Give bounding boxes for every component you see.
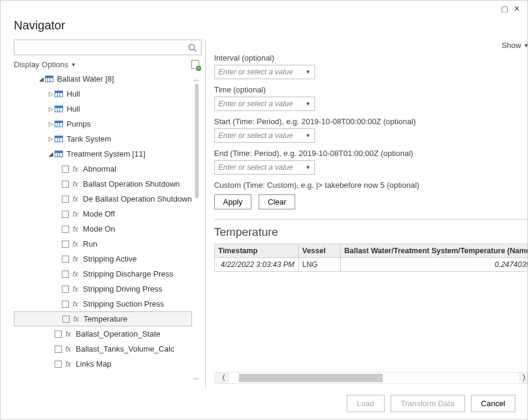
search-icon[interactable] <box>184 40 201 55</box>
checkbox[interactable] <box>62 181 69 188</box>
scroll-thumb[interactable] <box>195 84 199 198</box>
apply-button[interactable]: Apply <box>214 194 252 209</box>
tree-label: Hull <box>65 89 80 98</box>
tree-leaf[interactable]: fxRun <box>14 236 192 251</box>
tree-leaf[interactable]: fxAbnormal <box>14 161 192 176</box>
start-select[interactable]: Enter or select a value▼ <box>214 128 315 143</box>
time-select[interactable]: Enter or select a value▼ <box>214 97 315 111</box>
load-button[interactable]: Load <box>347 395 385 412</box>
footer: Load Transform Data Cancel <box>1 388 527 419</box>
interval-label: Interval (optional) <box>214 53 517 62</box>
tree-label: Stripping Suction Press <box>82 299 164 308</box>
close-icon[interactable]: ✕ <box>511 2 523 14</box>
tree-leaf[interactable]: fxStripping Driving Press <box>14 281 192 296</box>
scroll-left-icon[interactable]: 〈 <box>215 373 229 383</box>
tree-node[interactable]: ▷Hull <box>14 101 192 116</box>
tree-label: Temperature <box>82 314 127 323</box>
checkbox[interactable] <box>62 286 69 293</box>
tree-node[interactable]: ▷Pumps <box>14 116 192 131</box>
document-add-icon[interactable]: + <box>191 60 199 69</box>
checkbox[interactable] <box>62 241 69 248</box>
scroll-thumb[interactable] <box>239 374 383 382</box>
checkbox[interactable] <box>62 316 70 323</box>
end-select[interactable]: Enter or select a value▼ <box>214 160 315 175</box>
tree-scrollbar[interactable]: ︿ ﹀ <box>192 71 202 388</box>
show-dropdown[interactable]: Show ▼ <box>502 41 527 50</box>
placeholder-text: Enter or select a value <box>218 68 293 76</box>
cell-vessel: LNG <box>299 258 341 271</box>
col-value[interactable]: Ballast Water/Treatment System/Temperatu… <box>341 244 527 257</box>
tree-label: Hull <box>65 104 80 113</box>
horizontal-scrollbar[interactable]: 〈 〉 <box>214 372 527 384</box>
restore-icon[interactable]: ▢ <box>499 2 511 14</box>
search-input[interactable] <box>14 40 184 55</box>
collapse-icon[interactable]: ◢ <box>47 151 55 157</box>
navigator-window: ▢ ✕ Navigator Display Options ▼ + <box>0 0 528 420</box>
scroll-down-icon[interactable]: ﹀ <box>193 375 200 384</box>
placeholder-text: Enter or select a value <box>218 131 293 140</box>
tree-leaf-selected[interactable]: fxTemperature <box>14 311 192 326</box>
collapse-icon[interactable]: ◢ <box>38 76 45 82</box>
checkbox[interactable] <box>62 211 69 218</box>
titlebar: ▢ ✕ <box>1 1 527 16</box>
fx-icon: fx <box>73 300 78 308</box>
checkbox[interactable] <box>55 346 62 353</box>
tree-leaf[interactable]: fxMode On <box>14 221 192 236</box>
expand-icon[interactable]: ▷ <box>47 136 55 142</box>
checkbox[interactable] <box>62 256 69 263</box>
tree-label: Ballast_Tanks_Volume_Calc <box>74 344 174 353</box>
tree-label: Run <box>82 239 97 248</box>
tree-node[interactable]: ▷Tank System <box>14 131 192 146</box>
tree-leaf[interactable]: fxBallast_Tanks_Volume_Calc <box>14 341 192 356</box>
preview-title: Temperature <box>214 226 278 239</box>
checkbox[interactable] <box>62 226 69 233</box>
display-options-label: Display Options <box>14 60 68 69</box>
tree-leaf[interactable]: fxLinks Map <box>14 356 192 371</box>
checkbox[interactable] <box>55 331 62 338</box>
transform-data-button[interactable]: Transform Data <box>391 395 465 412</box>
col-vessel[interactable]: Vessel <box>299 244 341 257</box>
tree-leaf[interactable]: fxBallast_Operation_State <box>14 326 192 341</box>
scroll-up-icon[interactable]: ︿ <box>193 75 200 84</box>
checkbox[interactable] <box>62 196 69 203</box>
tree-leaf[interactable]: fxStripping Active <box>14 251 192 266</box>
svg-line-1 <box>194 49 197 52</box>
tree-label: Ballast Operation Shutdown <box>82 179 179 188</box>
col-timestamp[interactable]: Timestamp <box>215 244 299 257</box>
expand-icon[interactable]: ▷ <box>47 106 55 112</box>
checkbox[interactable] <box>62 271 69 278</box>
checkbox[interactable] <box>62 166 69 173</box>
tree-node-treatment[interactable]: ◢Treatment System [11] <box>14 146 192 161</box>
fx-icon: fx <box>73 270 78 278</box>
display-options-dropdown[interactable]: Display Options ▼ <box>14 60 76 69</box>
expand-icon[interactable]: ▷ <box>47 91 55 97</box>
table-header: Timestamp Vessel Ballast Water/Treatment… <box>215 244 527 258</box>
start-label: Start (Time: Period), e.g. 2019-10-08T00… <box>214 117 517 126</box>
tree-leaf[interactable]: fxDe Ballast Operation Shutdown <box>14 191 192 206</box>
cancel-button[interactable]: Cancel <box>471 395 515 412</box>
fx-icon: fx <box>73 255 78 263</box>
expand-icon[interactable]: ▷ <box>47 121 55 127</box>
table-icon <box>55 121 63 127</box>
tree-leaf[interactable]: fxStripping Suction Press <box>14 296 192 311</box>
table-row[interactable]: 4/22/2022 3:03:43 PM LNG 0.24740395 <box>215 258 527 271</box>
chevron-down-icon: ▼ <box>71 62 76 68</box>
fx-icon: fx <box>73 165 78 173</box>
checkbox[interactable] <box>55 361 62 368</box>
tree-node-root[interactable]: ◢ Ballast Water [8] <box>14 71 192 86</box>
clear-button[interactable]: Clear <box>259 194 295 209</box>
scroll-track[interactable] <box>229 373 519 383</box>
interval-select[interactable]: Enter or select a value▼ <box>214 65 315 79</box>
checkbox[interactable] <box>62 301 69 308</box>
custom-label: Custom (Time: Custom), e.g. |> takebefor… <box>214 181 517 190</box>
tree-label: Ballast_Operation_State <box>74 329 160 338</box>
preview-table: Timestamp Vessel Ballast Water/Treatment… <box>214 244 527 272</box>
fx-icon: fx <box>65 360 71 368</box>
tree-leaf[interactable]: fxMode Off <box>14 206 192 221</box>
tree-leaf[interactable]: fxStripping Discharge Press <box>14 266 192 281</box>
fx-icon: fx <box>65 330 71 338</box>
scroll-right-icon[interactable]: 〉 <box>519 373 527 383</box>
tree-node[interactable]: ▷Hull <box>14 86 192 101</box>
tree-label: Stripping Discharge Press <box>82 269 173 278</box>
tree-leaf[interactable]: fxBallast Operation Shutdown <box>14 176 192 191</box>
